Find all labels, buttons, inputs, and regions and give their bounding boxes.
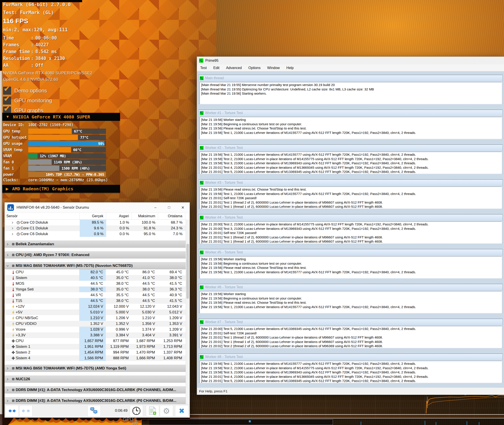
sensor-value: 35.0 °C bbox=[106, 275, 131, 281]
column-minimum[interactable]: Asgari bbox=[106, 213, 132, 219]
sensor-row[interactable]: CPU VDDIO1.352 V1.352 V1.356 V1.353 V bbox=[5, 321, 190, 327]
worker-window-titlebar[interactable]: 2p-1Worker #2 - Torture Test bbox=[199, 145, 503, 151]
hwinfo-titlebar[interactable]: HWiNFO® 64 v8.20-5640 - Sensör Durumu – … bbox=[5, 202, 190, 213]
worker-log: [Mar 21 20:00] Test 2, 21000 Lucas-Lehme… bbox=[199, 221, 502, 244]
sensor-group-header[interactable]: CPU [#0]: AMD Ryzen 7 9700X: Enhanced bbox=[5, 252, 190, 259]
checkbox-label: GPU monitoring bbox=[14, 98, 52, 104]
log-line: [Mar 21 20:00] Test 2, 21000 Lucas-Lehme… bbox=[201, 222, 500, 226]
chevron-right-icon[interactable] bbox=[7, 389, 11, 391]
worker-window-titlebar[interactable]: 2p-1Worker #8 - Torture Test bbox=[199, 354, 503, 360]
worker-window-title: Worker #5 - Torture Test bbox=[205, 250, 243, 254]
sensor-row[interactable]: +3,3V3.388 V3.384 V3.404 V3.391 V bbox=[5, 332, 190, 338]
menu-help[interactable]: Help bbox=[283, 66, 297, 70]
checkbox-checked-icon[interactable]: ✔ bbox=[3, 87, 11, 95]
sensor-row[interactable]: Sistem40.5 °C35.0 °C41.0 °C38.0 °C bbox=[5, 275, 190, 281]
sensor-row[interactable]: Sistem 21,454 RPM994 RPM1,470 RPM1,337 R… bbox=[5, 350, 190, 355]
menu-advanced[interactable]: Advanced bbox=[223, 66, 245, 70]
menu-edit[interactable]: Edit bbox=[210, 66, 223, 70]
close-button[interactable]: ✕ bbox=[176, 203, 190, 212]
sensor-row[interactable]: VR44.5 °C35.5 °C44.5 °C40.9 °C bbox=[5, 292, 190, 298]
chevron-down-icon[interactable] bbox=[7, 265, 11, 267]
minimize-button[interactable]: – bbox=[149, 203, 162, 212]
sensor-row[interactable]: CPU1,657 RPM877 RPM1,687 RPM1,253 RPM bbox=[5, 338, 190, 344]
column-current[interactable]: Gerçek bbox=[80, 213, 106, 219]
sensor-row[interactable]: Core C6 Doluluk0.9 %0.0 %95.0 %7.0 % bbox=[5, 231, 190, 237]
scrollbar-thumb[interactable] bbox=[186, 244, 189, 299]
sensor-value: 994 RPM bbox=[106, 350, 131, 355]
sensor-row[interactable]: Core C1 Doluluk9.6 %0.0 %91.8 %24.3 % bbox=[5, 226, 190, 231]
log-line: [Mar 21 20:02] Test 2 (thread 2 of 2), 6… bbox=[201, 344, 500, 348]
prime95-titlebar[interactable]: 2p-1 Prime95 bbox=[197, 57, 504, 64]
sensor-value: 1.356 V bbox=[131, 321, 158, 327]
worker-window-titlebar[interactable]: 2p-1Worker #4 - Torture Test bbox=[199, 214, 503, 221]
sensor-current-value: 44.5 °C bbox=[79, 298, 106, 304]
amd-gpu-section-header[interactable]: ▶ AMD Radeon(TM) Graphics bbox=[2, 185, 120, 193]
sensor-row[interactable]: Core C0 Doluluk89.5 %1.0 %100.0 %68.7 % bbox=[5, 220, 190, 226]
sensor-group-header[interactable]: NUC126 bbox=[5, 376, 190, 383]
column-maximum[interactable]: Maksimum bbox=[132, 213, 158, 219]
worker-window-titlebar[interactable]: 2p-1Worker #1 - Torture Test bbox=[199, 110, 503, 116]
checkbox-checked-icon[interactable]: ✔ bbox=[3, 97, 11, 105]
column-average[interactable]: Ortalama bbox=[158, 213, 185, 219]
nvidia-gpu-section-header[interactable]: ▼ NVIDIA GeForce RTX 4080 SUPER bbox=[2, 113, 120, 121]
sensor-group-header[interactable]: Bellek Zamanlamaları bbox=[5, 241, 190, 248]
chevron-right-icon[interactable] bbox=[11, 227, 16, 230]
sensor-row[interactable]: Yonga Seti38.0 °C35.0 °C38.0 °C36.3 °C bbox=[5, 286, 190, 292]
sensor-name: CPU bbox=[16, 270, 79, 274]
sensor-current-value: 1.352 V bbox=[79, 321, 106, 327]
exit-button[interactable]: ✖ bbox=[175, 405, 188, 417]
chevron-right-icon[interactable] bbox=[7, 378, 11, 380]
svg-text:-1: -1 bbox=[201, 252, 203, 254]
vertical-scrollbar[interactable] bbox=[186, 219, 190, 404]
furmark-checkbox-gpu-monitoring[interactable]: ✔GPU monitoring bbox=[3, 95, 52, 106]
worker-window-titlebar[interactable]: 2p-1Worker #6 - Torture Test bbox=[199, 284, 503, 291]
column-sensor[interactable]: Sensör bbox=[5, 213, 80, 219]
chevron-right-icon[interactable] bbox=[7, 367, 11, 370]
chevron-right-icon[interactable] bbox=[7, 400, 11, 402]
worker-window-titlebar[interactable]: 2p-1Main thread bbox=[199, 75, 503, 81]
sensor-row[interactable]: +12V12.024 V12.000 V12.120 V12.043 V bbox=[5, 304, 190, 309]
maximize-button[interactable]: □ bbox=[162, 203, 176, 212]
sensor-row[interactable]: +5V5.010 V5.000 V5.030 V5.012 V bbox=[5, 309, 190, 315]
chevron-right-icon[interactable] bbox=[11, 221, 16, 224]
table-gap bbox=[5, 361, 190, 365]
sensor-row[interactable]: Sistem 11,951 RPM1,119 RPM1,973 RPM1,713… bbox=[5, 344, 190, 350]
chevron-right-icon[interactable] bbox=[7, 254, 11, 256]
collapse-columns-button[interactable] bbox=[19, 405, 33, 417]
sensor-value: 69.4 °C bbox=[158, 269, 185, 275]
worker-window-titlebar[interactable]: 2p-1Worker #3 - Torture Test bbox=[199, 179, 503, 186]
menu-test[interactable]: Test bbox=[197, 66, 210, 70]
remote-monitoring-button[interactable] bbox=[88, 405, 101, 417]
menu-window[interactable]: Window bbox=[264, 66, 283, 70]
menu-options[interactable]: Options bbox=[245, 66, 264, 70]
sensor-row[interactable]: CPU NB/SoC1.210 V1.206 V1.210 V1.209 V bbox=[5, 315, 190, 321]
sensor-value: 0.0 % bbox=[106, 231, 132, 237]
expand-columns-button[interactable] bbox=[6, 405, 19, 417]
settings-button[interactable]: ⚙ bbox=[160, 405, 173, 417]
report-button[interactable] bbox=[146, 405, 159, 417]
worker-window: 2p-1Worker #6 - Torture Test[Mar 21 19:5… bbox=[199, 284, 503, 313]
sensor-group-header[interactable]: DDR5 DIMM [#1]: A-DATA Technology AX5U60… bbox=[5, 386, 190, 393]
prime95-child-icon: 2p-1 bbox=[200, 216, 204, 219]
sensor-value: 3.391 V bbox=[158, 332, 185, 338]
log-line: [Mar 21 20:01] Test 4, 21000 Lucas-Lehme… bbox=[201, 374, 500, 379]
prime95-window: 2p-1 Prime95 Test Edit Advanced Options … bbox=[197, 56, 504, 395]
sensor-row[interactable]: T1544.5 °C38.0 °C44.5 °C41.5 °C bbox=[5, 298, 190, 304]
sensor-value: 12.000 V bbox=[106, 304, 131, 309]
chevron-right-icon[interactable] bbox=[7, 243, 11, 246]
clock-button[interactable] bbox=[130, 405, 143, 417]
worker-window-titlebar[interactable]: 2p-1Worker #7 - Torture Test bbox=[199, 319, 503, 325]
svg-text:-1: -1 bbox=[201, 357, 203, 359]
worker-window-title: Worker #7 - Torture Test bbox=[205, 320, 243, 324]
sensor-row[interactable]: Sistem 41,566 RPM888 RPM1,666 RPM1,408 R… bbox=[5, 355, 190, 361]
sensor-group-header[interactable]: MSI MAG B650 TOMAHAWK WIFI (MS-7D75) (Nu… bbox=[5, 262, 190, 269]
worker-window-titlebar[interactable]: 2p-1Worker #5 - Torture Test bbox=[199, 249, 503, 256]
sensor-group-header[interactable]: MSI MAG B650 TOMAHAWK WIFI (MS-7D75) (AM… bbox=[5, 365, 190, 372]
sensor-row[interactable]: Vcore1.028 V0.996 V1.374 V1.209 V bbox=[5, 327, 190, 332]
sensor-group-header[interactable]: DDR5 DIMM [#3]: A-DATA Technology AX5U60… bbox=[5, 397, 190, 404]
chevron-right-icon[interactable] bbox=[11, 233, 16, 235]
meter-label: VRAM bbox=[3, 154, 12, 158]
sensor-row[interactable]: CPU82.0 °C45.0 °C86.0 °C69.4 °C bbox=[5, 269, 190, 275]
furmark-checkbox-demo-options[interactable]: ✔Demo options bbox=[3, 86, 52, 95]
sensor-row[interactable]: MOS44.5 °C38.0 °C44.5 °C41.5 °C bbox=[5, 281, 190, 286]
